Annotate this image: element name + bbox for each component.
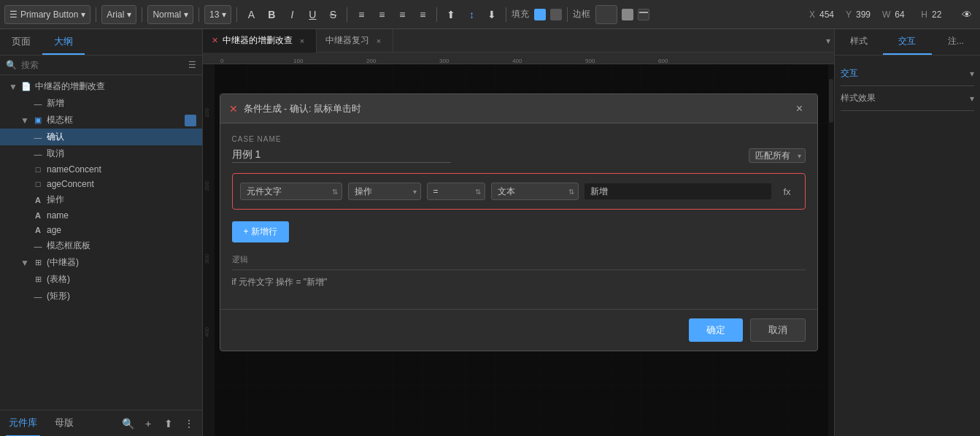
logic-divider: [232, 269, 806, 270]
sep-2: [142, 7, 142, 22]
add-row-button[interactable]: + 新增行: [232, 221, 289, 242]
border-style-btn[interactable]: [638, 9, 649, 20]
condition-value-input[interactable]: [584, 183, 771, 199]
sep-5: [347, 7, 347, 22]
search-input[interactable]: [21, 60, 184, 70]
tab-interact[interactable]: 交互: [883, 29, 931, 55]
size-selector[interactable]: 13 ▾: [204, 5, 231, 24]
style-selector[interactable]: Normal ▾: [147, 5, 193, 24]
style-effect-label: 样式效果: [841, 92, 876, 104]
border-color-swatch[interactable]: [622, 9, 633, 20]
text-icon3: A: [32, 226, 44, 234]
tree-item-new[interactable]: — 新增: [0, 95, 202, 112]
border-label: 边框: [573, 8, 590, 20]
tree-item-age[interactable]: A age: [0, 223, 202, 237]
tree-item-modal[interactable]: ▼ ▣ 模态框: [0, 112, 202, 129]
font-label: Arial: [107, 9, 124, 20]
doc-tabs: ✕ 中继器的增删改查 × 中继器复习 × ▾: [203, 29, 834, 53]
tree-item-name[interactable]: A name: [0, 208, 202, 223]
align-justify-btn[interactable]: ≡: [414, 5, 431, 24]
case-name-input[interactable]: [232, 148, 451, 163]
fill-color-swatch[interactable]: [534, 9, 546, 20]
underline-btn[interactable]: U: [304, 5, 321, 24]
style-effect-row[interactable]: 样式效果 ▾: [841, 86, 974, 111]
ruler-100: 100: [293, 58, 303, 64]
modal-close-btn[interactable]: ×: [791, 100, 809, 118]
tree-item-operate[interactable]: A 操作: [0, 191, 202, 208]
doc-tab-close-0[interactable]: ×: [297, 36, 307, 46]
align-vcenter-btn[interactable]: ↕: [463, 5, 480, 24]
doc-tab-1[interactable]: 中继器复习 ×: [317, 29, 393, 53]
tab-components[interactable]: 元件库: [6, 410, 40, 437]
left-tab-bar: 页面 大纲: [0, 29, 202, 56]
tree-item-confirm[interactable]: — 确认: [0, 129, 202, 145]
align-right-btn[interactable]: ≡: [393, 5, 411, 24]
doc-tab-0[interactable]: ✕ 中继器的增删改查 ×: [203, 29, 317, 53]
tree-root-label: 中继器的增删改查: [35, 80, 196, 93]
left-sidebar: 页面 大纲 🔍 ☰ ▼ 📄 中继器的增删改查 — 新增: [0, 29, 203, 436]
tab-style[interactable]: 样式: [835, 29, 883, 55]
align-bottom-btn[interactable]: ⬇: [483, 5, 501, 24]
font-color-btn[interactable]: A: [242, 5, 260, 24]
search-components-btn[interactable]: 🔍: [120, 416, 135, 431]
tree-root[interactable]: ▼ 📄 中继器的增删改查: [0, 78, 202, 95]
tab-masters[interactable]: 母版: [52, 410, 77, 437]
condition-modal: ✕ 条件生成 - 确认: 鼠标单击时 × CASE NAME: [220, 93, 818, 351]
confirm-button[interactable]: 确定: [689, 318, 743, 342]
bold-btn[interactable]: B: [263, 5, 280, 24]
doc-tab-close-1[interactable]: ×: [374, 36, 384, 46]
tree-item-rect[interactable]: — (矩形): [0, 288, 202, 305]
canvas-area[interactable]: 100 200 300 400 ✕ 条件生成 - 确认: 鼠标单击时 ×: [203, 64, 834, 436]
field-select[interactable]: 元件文字: [240, 183, 342, 200]
align-center-btn[interactable]: ≡: [373, 5, 390, 24]
style-arrow-icon: ▾: [184, 9, 188, 20]
import-component-btn[interactable]: ⬆: [161, 416, 176, 431]
type-select[interactable]: 文本: [491, 183, 579, 200]
tab-page[interactable]: 页面: [0, 29, 42, 55]
sep-1: [96, 7, 96, 22]
operator-select[interactable]: 操作: [348, 183, 421, 200]
y-label: Y: [846, 9, 852, 20]
line-icon3: —: [32, 150, 44, 158]
more-btn[interactable]: ⋮: [182, 416, 196, 431]
tree-item-cancel[interactable]: — 取消: [0, 145, 202, 162]
cancel-button[interactable]: 取消: [750, 318, 806, 342]
tree-item-nameconcent[interactable]: □ nameConcent: [0, 162, 202, 177]
align-left-btn[interactable]: ≡: [352, 5, 370, 24]
tab-note[interactable]: 注...: [932, 29, 980, 55]
tree-item-table[interactable]: ⊞ (表格): [0, 271, 202, 288]
type-select-wrapper: 文本 ⇅: [491, 183, 579, 200]
tree-arrow-icon: ▼: [9, 82, 18, 92]
border-input[interactable]: 0: [595, 5, 617, 24]
filter-icon[interactable]: ☰: [188, 60, 196, 70]
ruler-200: 200: [366, 58, 376, 64]
x-value: 454: [819, 9, 841, 20]
fx-button[interactable]: fx: [777, 181, 798, 202]
right-tab-bar: 样式 交互 注...: [835, 29, 980, 56]
modal-footer: 确定 取消: [220, 309, 817, 351]
align-top-btn[interactable]: ⬆: [442, 5, 460, 24]
equals-select[interactable]: = ≠ > <: [427, 183, 485, 200]
tab-outline[interactable]: 大纲: [42, 29, 85, 55]
doc-tab-label-0: 中继器的增删改查: [223, 34, 293, 47]
match-select[interactable]: 匹配所有 匹配任一: [749, 148, 806, 163]
italic-btn[interactable]: I: [283, 5, 301, 24]
interact-label: 交互: [841, 67, 858, 80]
ruler-400: 400: [512, 58, 522, 64]
font-selector[interactable]: Arial ▾: [101, 5, 136, 24]
tree-item-repeater[interactable]: ▼ ⊞ (中继器): [0, 254, 202, 271]
add-component-btn[interactable]: +: [141, 416, 155, 431]
interact-row[interactable]: 交互 ▾: [841, 61, 974, 86]
ruler-500: 500: [585, 58, 595, 64]
logic-text: if 元件文字 操作 = "新增": [232, 276, 806, 288]
primary-button-dropdown[interactable]: ☰ Primary Button ▾: [4, 5, 90, 24]
tree-item-ageconcent[interactable]: □ ageConcent: [0, 177, 202, 191]
font-arrow-icon: ▾: [127, 9, 131, 20]
fill-opacity-btn[interactable]: [550, 9, 562, 20]
doc-tabs-more[interactable]: ▾: [822, 29, 834, 53]
y-value: 399: [856, 9, 878, 20]
modal-overlay: ✕ 条件生成 - 确认: 鼠标单击时 × CASE NAME: [203, 64, 834, 436]
eye-icon[interactable]: 👁: [958, 5, 976, 24]
strikethrough-btn[interactable]: S: [324, 5, 342, 24]
tree-item-modal-bg[interactable]: — 模态框底板: [0, 237, 202, 254]
